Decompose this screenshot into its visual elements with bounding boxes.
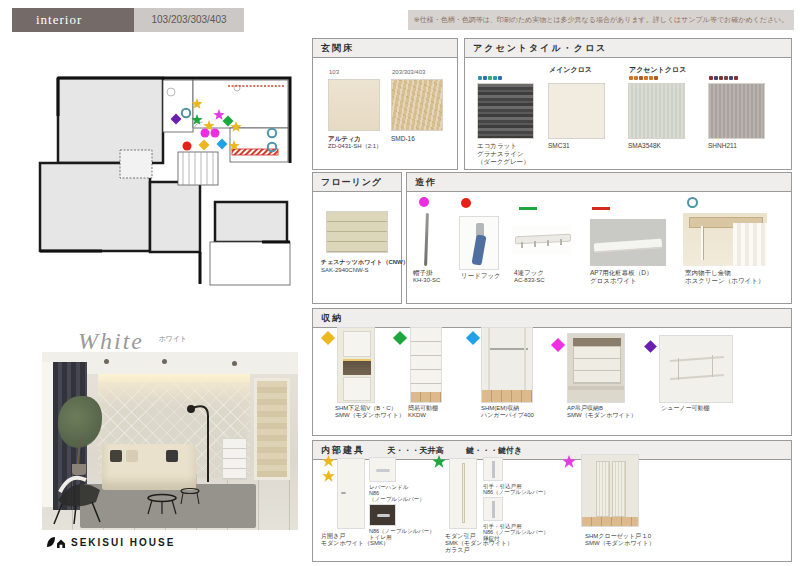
shoe-cabinet-image [337, 327, 375, 403]
section-title: フローリング [313, 173, 401, 192]
section-accent-tile-cloth: アクセントタイル・クロス エコカラット グラナスライン （ダークグレー） メイン… [464, 38, 792, 170]
item-name: AP7用化粧幕板（D） [590, 269, 652, 277]
item-color: SMW（モダンホワイト） [567, 412, 637, 420]
marker-teal-ring [687, 197, 698, 208]
style-name-jp: ホワイト [158, 335, 187, 342]
hanging-cabinet-image [567, 333, 625, 403]
item-color: グロスホワイト [590, 277, 637, 285]
closet-door-image [581, 454, 639, 527]
tile-location-dots [709, 76, 738, 80]
unit-label: 203/303/403 [392, 69, 425, 75]
legend-lock: 鍵・・・鍵付き [466, 446, 522, 455]
marker-green-line [519, 207, 537, 210]
material-code: ZD-0431-SH（2:1） [328, 143, 382, 151]
section-flooring: フローリング チェスナッツホワイト（CNW） SAK-2940CNW-S [312, 172, 402, 304]
flooring-swatch [326, 211, 388, 253]
interior-spec-sheet: interior 103/203/303/403 ※仕様・色柄・色調等は、印刷の… [0, 0, 800, 566]
section-interior-fittings: 内部建具 天・・・天井高 鍵・・・鍵付き レバーハンドル N86 （ノーブルシル… [312, 440, 792, 562]
section-storage: 収納 SHM下足箱V（B・C） SMW（モダンホワイト） 簡易可動棚 KKDW … [312, 308, 792, 436]
toilet-handle-image [369, 504, 396, 526]
material-code: SHNH211 [708, 142, 737, 150]
style-title: White ホワイト [78, 328, 187, 355]
item-name: 帽子掛 [413, 269, 433, 277]
fascia-board-image [590, 219, 666, 266]
ecocarat-swatch [477, 83, 534, 139]
unit-numbers: 103/203/303/403 [151, 14, 226, 25]
item-name: シューノー可動棚 [661, 405, 709, 413]
wall-shelf-image [659, 335, 733, 403]
header-title-box: interior [12, 8, 134, 32]
material-name: アルティカ [328, 135, 361, 143]
disclaimer-text: ※仕様・色柄・色調等は、印刷のため実物とは多少異なる場合があります。詳しくはサン… [414, 16, 788, 23]
handle-color: （ノーブルシルバー） [369, 496, 425, 503]
marker-magenta-diamond [551, 338, 565, 352]
floor-plan [32, 56, 304, 288]
tile-location-dots [629, 76, 658, 80]
brand-logo: SEKISUI HOUSE [46, 536, 175, 549]
door-color: SMW（モダンホワイト） [585, 540, 655, 548]
page-title: interior [36, 12, 82, 27]
item-code: AC-833-SC [514, 277, 545, 285]
material-name: チェスナッツホワイト（CNW） [321, 259, 409, 267]
marker-red-circle [461, 198, 471, 208]
brand-name: SEKISUI HOUSE [71, 537, 175, 548]
material-name: エコカラット [477, 142, 517, 150]
material-code: SAK-2940CNW-S [321, 267, 369, 275]
hinged-door-image [337, 458, 365, 529]
header-units-box: 103/203/303/403 [134, 8, 244, 32]
closet-hanger-image [481, 327, 533, 403]
tile-location-dots [478, 76, 502, 80]
item-color: SMW（モダンホワイト） [335, 412, 405, 420]
marker-gold-star [322, 470, 335, 483]
photo-furniture-lines [42, 352, 298, 530]
marker-red-line [592, 207, 610, 210]
section-title: 玄関床 [313, 39, 457, 58]
item-code: KKDW [408, 412, 426, 420]
legend-ceiling: 天・・・天井高 [388, 446, 444, 455]
item-spec: ハンガーパイプ400 [481, 412, 534, 420]
lever-handle-image [369, 457, 396, 482]
section-fixtures: 造作 帽子掛 KH-30-SC リードフック 4連フック AC-833-SC A… [406, 172, 792, 304]
sekisui-house-icon [46, 536, 66, 549]
section-title: アクセントタイル・クロス [465, 39, 791, 58]
marker-magenta-circle [419, 197, 429, 207]
accent-cloth-swatch-2 [708, 83, 765, 139]
four-hook-rail-image [512, 225, 572, 255]
item-name: 室内物干し金物 [685, 269, 731, 277]
section-title: 収納 [313, 309, 791, 328]
material-name: グラナスライン [477, 150, 524, 158]
lead-hook-image [459, 216, 499, 270]
entrance-swatch-103 [328, 79, 380, 131]
door-pull-image [483, 457, 503, 481]
header-disclaimer: ※仕様・色柄・色調等は、印刷のため実物とは多少異なる場合があります。詳しくはサン… [408, 10, 794, 30]
adjustable-shelf-image [410, 327, 442, 403]
marker-green-diamond [393, 331, 407, 345]
column-header: アクセントクロス [629, 65, 686, 75]
item-name: リードフック [461, 272, 501, 280]
style-name-en: White [78, 328, 144, 354]
material-name: SMD-16 [391, 135, 415, 143]
marker-gold-diamond [321, 331, 335, 345]
unit-label: 103 [329, 69, 339, 75]
door-pull-lock-image [483, 497, 503, 521]
section-entrance-floor: 玄関床 103 アルティカ ZD-0431-SH（2:1） 203/303/40… [312, 38, 458, 170]
material-code: SMA3548K [628, 142, 661, 150]
hoscreen-image [683, 213, 767, 266]
marker-purple-diamond [644, 340, 657, 353]
section-title: 造作 [407, 173, 791, 192]
section-title-text: 内部建具 [321, 445, 365, 455]
interior-photo [42, 352, 298, 530]
material-code: SMC31 [548, 142, 570, 150]
door-type: ガラス戸 [445, 547, 469, 555]
door-color: モダンホワイト（SMK） [321, 540, 389, 548]
item-color: ホスクリーン（ホワイト） [685, 277, 764, 285]
pull-code: N86（ノーブルシルバー） [483, 489, 549, 496]
item-name: 4連フック [514, 269, 544, 277]
marker-cyan-diamond [466, 331, 480, 345]
sliding-door-image [449, 458, 477, 529]
column-header: メインクロス [549, 65, 592, 75]
item-code: KH-30-SC [413, 277, 440, 285]
material-name: （ダークグレー） [477, 158, 530, 166]
main-cloth-swatch [548, 83, 605, 139]
accent-cloth-swatch-1 [628, 83, 685, 139]
